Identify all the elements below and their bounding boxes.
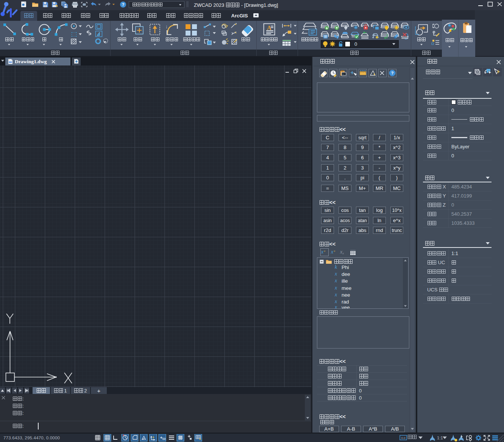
svg-text:0.0: 0.0 [401,436,406,440]
svg-text:?: ? [122,2,125,7]
svg-text:>_: >_ [342,73,345,76]
svg-text:DWG: DWG [9,61,12,63]
svg-text:?: ? [391,71,394,75]
